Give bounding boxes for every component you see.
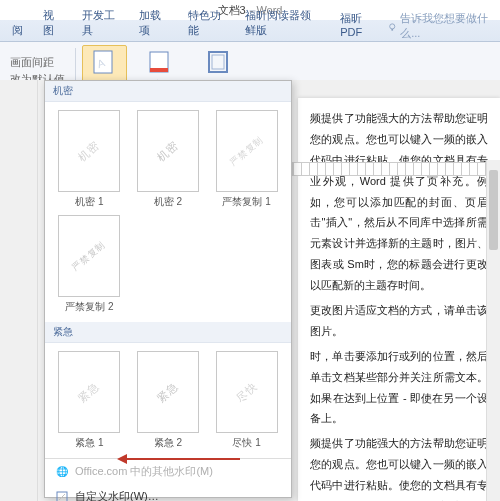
bulb-icon: [388, 21, 396, 31]
tab-foxit-reader[interactable]: 福昕阅读器领鲜版: [235, 5, 330, 41]
paragraph: 频提供了功能强大的方法帮助您证明您的观点。您也可以键入一频的嵌入代码中进行粘贴。…: [310, 433, 488, 501]
tab-devtools[interactable]: 开发工具: [72, 5, 130, 41]
tab-review-partial[interactable]: 阅: [2, 20, 33, 41]
watermark-icon: A: [90, 48, 118, 76]
svg-rect-1: [391, 28, 393, 30]
svg-rect-7: [212, 55, 224, 69]
vertical-scrollbar[interactable]: [486, 160, 500, 501]
tell-me[interactable]: 告诉我您想要做什么...: [388, 11, 500, 41]
paragraph: 时，单击要添加行或列的位置，然后单击文档某些部分并关注所需文本。如果在达到上位置…: [310, 346, 488, 430]
wm-grid-urgent: 紧急紧急 1 紧急紧急 2 尽快尽快 1: [45, 343, 291, 458]
tab-features[interactable]: 特色功能: [178, 5, 236, 41]
wm-option[interactable]: 紧急紧急 1: [53, 351, 126, 450]
wm-section-confidential: 机密: [45, 81, 291, 102]
wm-option[interactable]: 尽快尽快 1: [210, 351, 283, 450]
wm-grid-confidential: 机密机密 1 机密机密 2 严禁复制严禁复制 1 严禁复制严禁复制 2: [45, 102, 291, 322]
page-border-icon: [204, 48, 232, 76]
paragraph: 更改图片适应文档的方式，请单击该图片。: [310, 300, 488, 342]
watermark-dropdown: 机密 机密机密 1 机密机密 2 严禁复制严禁复制 1 严禁复制严禁复制 2 紧…: [44, 80, 292, 498]
wm-menu-office: 🌐 Office.com 中的其他水印(M): [45, 459, 291, 484]
document-page[interactable]: 频提供了功能强大的方法帮助您证明您的观点。您也可以键入一频的嵌入代码中进行粘贴。…: [298, 98, 500, 501]
annotation-arrow: [120, 458, 240, 460]
paragraph: 频提供了功能强大的方法帮助您证明您的观点。您也可以键入一频的嵌入代码中进行粘贴。…: [310, 108, 488, 296]
svg-line-9: [59, 494, 65, 500]
custom-watermark-icon: [55, 490, 69, 502]
wm-option[interactable]: 机密机密 2: [132, 110, 205, 209]
svg-point-0: [389, 23, 394, 28]
tell-me-text: 告诉我您想要做什么...: [400, 11, 492, 41]
scrollbar-thumb[interactable]: [489, 170, 498, 250]
wm-option[interactable]: 紧急紧急 2: [132, 351, 205, 450]
tab-view[interactable]: 视图: [33, 5, 72, 41]
tab-foxit-pdf[interactable]: 福昕PDF: [330, 8, 388, 41]
wm-menu-custom[interactable]: 自定义水印(W)…: [45, 484, 291, 501]
wm-option[interactable]: 严禁复制严禁复制 2: [53, 215, 126, 314]
wm-section-urgent: 紧急: [45, 322, 291, 343]
left-gutter: [0, 80, 38, 501]
wm-option[interactable]: 机密机密 1: [53, 110, 126, 209]
wm-option[interactable]: 严禁复制严禁复制 1: [210, 110, 283, 209]
horizontal-ruler[interactable]: [292, 162, 498, 176]
ribbon-tabs: 阅 视图 开发工具 加载项 特色功能 福昕阅读器领鲜版 福昕PDF 告诉我您想要…: [0, 20, 500, 42]
tab-addins[interactable]: 加载项: [129, 5, 177, 41]
page-color-icon: [145, 48, 173, 76]
svg-rect-5: [150, 68, 168, 72]
wm-menu: 🌐 Office.com 中的其他水印(M) 自定义水印(W)… 删除水印(R)…: [45, 458, 291, 501]
globe-icon: 🌐: [55, 465, 69, 479]
